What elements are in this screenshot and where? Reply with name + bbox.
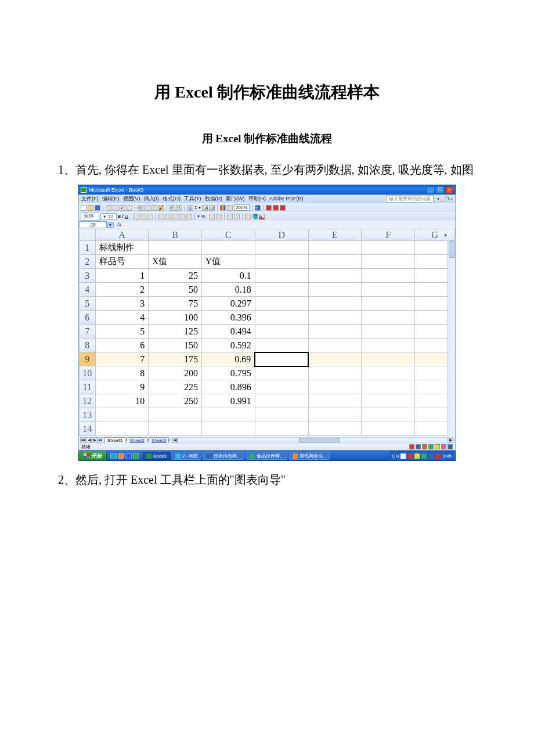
cell[interactable] [255, 283, 308, 297]
taskbar-button[interactable]: Book3 [143, 452, 170, 460]
borders-icon[interactable] [245, 214, 251, 219]
undo-icon[interactable]: ↶ [169, 205, 175, 211]
spreadsheet-grid[interactable]: ▴ ABCDEFG 1标线制作2样品号X值Y值31250.142500.1853… [78, 229, 456, 436]
tray-icon[interactable] [421, 453, 427, 459]
row-header[interactable]: 14 [80, 422, 96, 436]
menu-item[interactable]: 数据(D) [205, 196, 223, 201]
taskbar-button[interactable]: 2 - 画图 [172, 452, 202, 460]
cell[interactable] [362, 394, 415, 408]
cell[interactable] [255, 297, 308, 311]
row-header[interactable]: 12 [80, 394, 96, 408]
cell[interactable] [255, 255, 308, 269]
currency-icon[interactable]: ¥ [197, 214, 200, 219]
cell[interactable] [362, 297, 415, 311]
sort-asc-icon[interactable]: ↓A [202, 205, 208, 211]
start-button[interactable]: 开始 [79, 451, 107, 460]
fill-color-icon[interactable]: 🪣 [252, 214, 258, 219]
tray-icon[interactable] [428, 453, 434, 459]
row-header[interactable]: 11 [80, 380, 96, 394]
sheet-tab[interactable]: Sheet3 [149, 437, 169, 443]
align-center-icon[interactable] [140, 214, 146, 219]
pdf-toolbar-icon-2[interactable] [273, 205, 279, 211]
column-header[interactable]: D [255, 229, 308, 241]
align-right-icon[interactable] [147, 214, 153, 219]
tab-nav-last[interactable]: ⏭ [98, 437, 103, 443]
quicklaunch-icon[interactable] [110, 453, 117, 459]
cell[interactable]: 75 [149, 297, 202, 311]
tray-icon[interactable] [400, 453, 406, 459]
cell[interactable]: 1 [95, 269, 149, 283]
row-header[interactable]: 13 [80, 408, 96, 422]
name-box-dropdown[interactable]: ▼ [107, 222, 114, 228]
workbook-window-controls[interactable]: ▾ _ ❐ × [437, 196, 453, 201]
tray-icon[interactable] [407, 453, 413, 459]
cell[interactable] [255, 394, 308, 408]
open-icon[interactable] [88, 205, 93, 211]
row-header[interactable]: 4 [80, 283, 96, 297]
cell[interactable] [255, 352, 308, 366]
wrap-icon[interactable] [165, 214, 171, 219]
cell[interactable] [255, 366, 308, 380]
cell[interactable]: Y值 [202, 255, 255, 269]
cell[interactable] [255, 269, 308, 283]
cell[interactable] [255, 380, 308, 394]
cell[interactable]: 0.991 [202, 394, 255, 408]
cell[interactable] [362, 325, 415, 339]
cell[interactable] [255, 422, 308, 436]
cell[interactable] [362, 422, 415, 436]
font-color-icon[interactable]: A [259, 214, 265, 219]
cell[interactable] [149, 422, 202, 436]
row-header[interactable]: 6 [80, 311, 96, 325]
cell[interactable]: 0.592 [202, 339, 255, 352]
cell[interactable] [362, 255, 415, 269]
cell[interactable]: 225 [149, 380, 202, 394]
percent-icon[interactable]: % [201, 214, 205, 219]
menu-item[interactable]: Adobe PDF(B) [269, 196, 304, 201]
save-icon[interactable] [95, 205, 100, 211]
cell[interactable] [362, 380, 415, 394]
valign-bot-icon[interactable] [186, 214, 192, 219]
align-left-icon[interactable] [134, 214, 139, 219]
help-icon[interactable]: ? [255, 205, 261, 211]
cell[interactable]: 5 [95, 325, 149, 339]
menu-item[interactable]: 插入(I) [144, 196, 160, 201]
help-search-box[interactable]: 键入需要帮助的问题 [386, 195, 434, 203]
cell[interactable]: 50 [149, 283, 202, 297]
cell[interactable] [255, 325, 308, 339]
cell[interactable]: 200 [149, 366, 202, 380]
cell[interactable] [308, 283, 362, 297]
cell[interactable]: 100 [149, 311, 202, 325]
menu-item[interactable]: 帮助(H) [248, 196, 266, 201]
cell[interactable]: 175 [149, 352, 202, 366]
cell[interactable] [308, 297, 362, 311]
menu-item[interactable]: 窗口(W) [226, 196, 245, 201]
cell[interactable] [308, 311, 362, 325]
quicklaunch-icon[interactable] [133, 453, 139, 459]
row-header[interactable]: 2 [80, 255, 96, 269]
cell[interactable] [308, 255, 362, 269]
row-header[interactable]: 7 [80, 325, 96, 339]
menu-item[interactable]: 格式(O) [163, 196, 181, 201]
cell[interactable]: 125 [149, 325, 202, 339]
cell[interactable]: 0.494 [202, 325, 255, 339]
cell[interactable] [362, 339, 415, 352]
column-header[interactable]: A [95, 229, 149, 241]
cell[interactable] [95, 408, 149, 422]
zoom-box[interactable]: 200% [234, 204, 249, 211]
dec-decimal-icon[interactable] [216, 214, 222, 219]
cell[interactable] [255, 339, 308, 352]
cut-icon[interactable]: ✂ [138, 205, 143, 211]
cell[interactable] [255, 408, 308, 422]
cell[interactable] [149, 408, 202, 422]
research-icon[interactable] [127, 205, 132, 211]
tab-nav-next[interactable]: ▶ [92, 437, 98, 443]
cell[interactable]: 0.896 [202, 380, 255, 394]
inc-decimal-icon[interactable] [209, 214, 215, 219]
bold-button[interactable]: B [118, 214, 121, 219]
pdf-toolbar-icon[interactable] [266, 205, 272, 211]
taskbar-button[interactable]: 腾讯网迷你... [289, 452, 330, 460]
tab-nav-first[interactable]: ⏮ [80, 437, 86, 443]
cell[interactable]: 0.69 [202, 352, 255, 366]
pdf-toolbar-icon-3[interactable] [280, 205, 286, 211]
cell[interactable] [362, 366, 415, 380]
